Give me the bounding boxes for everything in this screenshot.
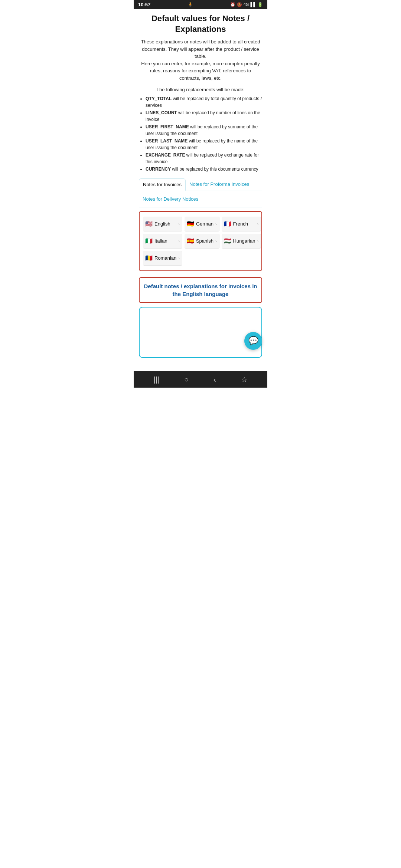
lang-spanish[interactable]: 🇪🇸 Spanish › (185, 234, 219, 249)
german-flag: 🇩🇪 (187, 220, 194, 227)
list-item: USER_FIRST_NAME will be replaced by surn… (146, 124, 262, 137)
replacements-list: QTY_TOTAL will be replaced by total quan… (139, 95, 262, 172)
mute-icon: 🔕 (237, 2, 242, 7)
romanian-flag: 🇷🇴 (145, 254, 153, 262)
german-chevron: › (215, 222, 217, 226)
spanish-flag: 🇪🇸 (187, 237, 194, 244)
list-item: CURRENCY will be replaced by this docume… (146, 166, 262, 172)
home-icon[interactable]: ○ (184, 375, 189, 384)
lang-romanian[interactable]: 🇷🇴 Romanian › (143, 251, 182, 266)
back-icon[interactable]: ‹ (213, 375, 216, 384)
french-label: French (233, 221, 248, 227)
lang-hungarian[interactable]: 🇭🇺 Hungarian › (222, 234, 261, 249)
chat-icon: 💬 (248, 336, 258, 346)
notes-label-box: Default notes / explanations for Invoice… (139, 277, 262, 303)
status-bar: 10:57 🧍 ⏰ 🔕 4G ▌▌ 🔋 (134, 0, 267, 9)
person-icon: 🧍 (188, 2, 193, 7)
network-icon: 4G (244, 2, 249, 7)
hungarian-label: Hungarian (233, 238, 255, 244)
status-time: 10:57 (138, 2, 150, 7)
notes-label-text: Default notes / explanations for Invoice… (144, 283, 257, 297)
english-chevron: › (178, 222, 180, 226)
english-flag: 🇺🇸 (145, 220, 153, 227)
hungarian-flag: 🇭🇺 (224, 237, 231, 244)
bottom-nav: ||| ○ ‹ ☆ (134, 371, 267, 388)
tab-notes-invoices[interactable]: Notes for Invoices (139, 178, 186, 191)
italian-label: Italian (154, 238, 167, 244)
menu-icon[interactable]: ||| (153, 375, 159, 384)
language-grid-container: 🇺🇸 English › 🇩🇪 German › 🇫🇷 French › 🇮🇹 … (139, 211, 262, 271)
language-grid: 🇺🇸 English › 🇩🇪 German › 🇫🇷 French › 🇮🇹 … (142, 216, 259, 267)
italian-chevron: › (178, 239, 180, 243)
main-content: Default values for Notes / Explanations … (134, 9, 267, 371)
lang-german[interactable]: 🇩🇪 German › (185, 217, 219, 231)
alarm-icon: ⏰ (230, 2, 235, 7)
list-item: EXCHANGE_RATE will be replaced by exchan… (146, 152, 262, 165)
tab-second-row: Notes for Delivery Notices (139, 193, 262, 207)
profile-icon[interactable]: ☆ (241, 375, 248, 384)
french-flag: 🇫🇷 (224, 220, 231, 227)
signal-icon: ▌▌ (250, 2, 256, 7)
page-title: Default values for Notes / Explanations (139, 13, 262, 34)
romanian-chevron: › (178, 256, 180, 260)
lang-english[interactable]: 🇺🇸 English › (143, 217, 182, 231)
spanish-label: Spanish (196, 238, 213, 244)
tabs-row: Notes for Invoices Notes for Proforma In… (139, 178, 262, 191)
spanish-chevron: › (215, 239, 217, 243)
lang-italian[interactable]: 🇮🇹 Italian › (143, 234, 182, 249)
french-chevron: › (257, 222, 259, 226)
chat-fab-button[interactable]: 💬 (244, 332, 262, 350)
romanian-label: Romanian (154, 255, 176, 261)
italian-flag: 🇮🇹 (145, 237, 153, 244)
description-text: These explanations or notes will be adde… (139, 38, 262, 82)
replacements-title: The following replacements will be made: (139, 87, 262, 92)
notes-textarea-container[interactable] (139, 307, 262, 358)
list-item: LINES_COUNT will be replaced by number o… (146, 109, 262, 123)
notes-textarea[interactable] (143, 311, 258, 352)
lang-french[interactable]: 🇫🇷 French › (222, 217, 261, 231)
list-item: QTY_TOTAL will be replaced by total quan… (146, 95, 262, 109)
list-item: USER_LAST_NAME will be replaced by the n… (146, 138, 262, 151)
battery-icon: 🔋 (258, 2, 263, 7)
german-label: German (196, 221, 213, 227)
english-label: English (154, 221, 170, 227)
hungarian-chevron: › (257, 239, 259, 243)
tab-delivery-notices[interactable]: Notes for Delivery Notices (139, 193, 202, 206)
status-icons: ⏰ 🔕 4G ▌▌ 🔋 (230, 2, 263, 7)
tab-proforma-invoices[interactable]: Notes for Proforma Invoices (186, 178, 253, 191)
